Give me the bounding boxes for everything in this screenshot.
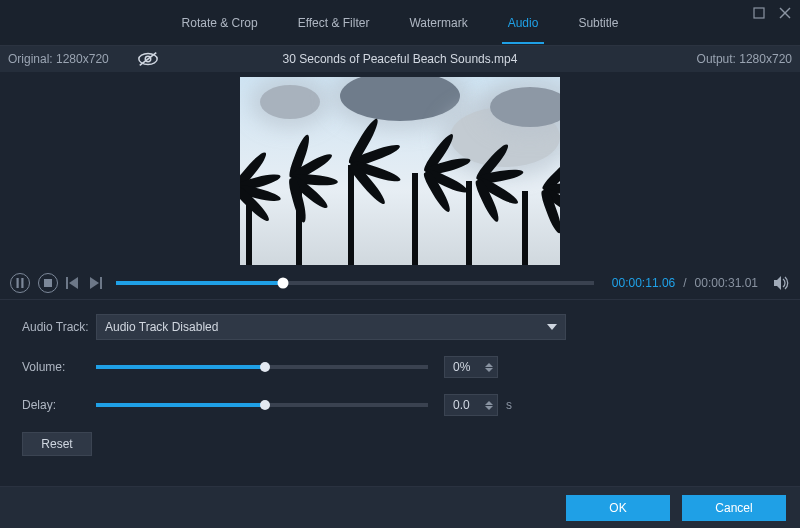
next-frame-button[interactable] [88, 277, 102, 289]
video-preview-area [0, 72, 800, 266]
cancel-button[interactable]: Cancel [682, 495, 786, 521]
maximize-button[interactable] [750, 4, 768, 22]
volume-step-up[interactable] [485, 363, 493, 367]
delay-unit: s [506, 398, 512, 412]
svg-rect-6 [17, 278, 19, 288]
delay-value-input[interactable]: 0.0 [444, 394, 498, 416]
time-total: 00:00:31.01 [695, 276, 758, 290]
svg-rect-7 [21, 278, 23, 288]
delay-value-text: 0.0 [453, 398, 470, 412]
delay-slider-thumb[interactable] [260, 400, 270, 410]
svg-rect-8 [44, 279, 52, 287]
delay-label: Delay: [22, 398, 96, 412]
delay-step-up[interactable] [485, 401, 493, 405]
svg-rect-9 [66, 277, 68, 289]
audio-panel: Audio Track: Audio Track Disabled Volume… [0, 300, 800, 456]
timeline-scrubber[interactable] [116, 281, 594, 285]
svg-marker-11 [90, 277, 99, 289]
prev-frame-button[interactable] [66, 277, 80, 289]
volume-slider-track [96, 365, 265, 369]
audio-track-value: Audio Track Disabled [105, 320, 218, 334]
svg-marker-10 [69, 277, 78, 289]
delay-stepper[interactable] [485, 401, 493, 410]
tab-audio[interactable]: Audio [508, 2, 539, 44]
audio-track-select[interactable]: Audio Track Disabled [96, 314, 566, 340]
close-button[interactable] [776, 4, 794, 22]
original-resolution: Original: 1280x720 [8, 52, 109, 66]
video-preview[interactable] [240, 77, 560, 265]
chevron-down-icon [547, 324, 557, 330]
volume-slider-thumb[interactable] [260, 362, 270, 372]
volume-stepper[interactable] [485, 363, 493, 372]
visibility-toggle-icon[interactable] [137, 51, 159, 67]
time-separator: / [683, 276, 686, 290]
delay-slider[interactable] [96, 403, 428, 407]
volume-step-down[interactable] [485, 368, 493, 372]
time-current: 00:00:11.06 [612, 276, 675, 290]
tab-watermark[interactable]: Watermark [409, 2, 467, 44]
player-controls: 00:00:11.06/00:00:31.01 [0, 266, 800, 300]
tab-rotate-crop[interactable]: Rotate & Crop [182, 2, 258, 44]
svg-marker-13 [774, 276, 781, 290]
tab-subtitle[interactable]: Subtitle [578, 2, 618, 44]
reset-button[interactable]: Reset [22, 432, 92, 456]
dialog-footer: OK Cancel [0, 486, 800, 528]
output-resolution: Output: 1280x720 [697, 52, 792, 66]
stop-button[interactable] [38, 273, 58, 293]
timeline-progress [116, 281, 283, 285]
svg-rect-12 [100, 277, 102, 289]
delay-step-down[interactable] [485, 406, 493, 410]
volume-value-input[interactable]: 0% [444, 356, 498, 378]
volume-label: Volume: [22, 360, 96, 374]
volume-icon[interactable] [774, 276, 790, 290]
info-bar: Original: 1280x720 30 Seconds of Peacefu… [0, 46, 800, 72]
audio-track-label: Audio Track: [22, 320, 96, 334]
timeline-handle[interactable] [278, 277, 289, 288]
delay-slider-track [96, 403, 265, 407]
ok-button[interactable]: OK [566, 495, 670, 521]
volume-slider[interactable] [96, 365, 428, 369]
volume-value-text: 0% [453, 360, 470, 374]
tab-effect-filter[interactable]: Effect & Filter [298, 2, 370, 44]
svg-rect-0 [754, 8, 764, 18]
play-pause-button[interactable] [10, 273, 30, 293]
tab-bar: Rotate & Crop Effect & Filter Watermark … [0, 0, 800, 46]
